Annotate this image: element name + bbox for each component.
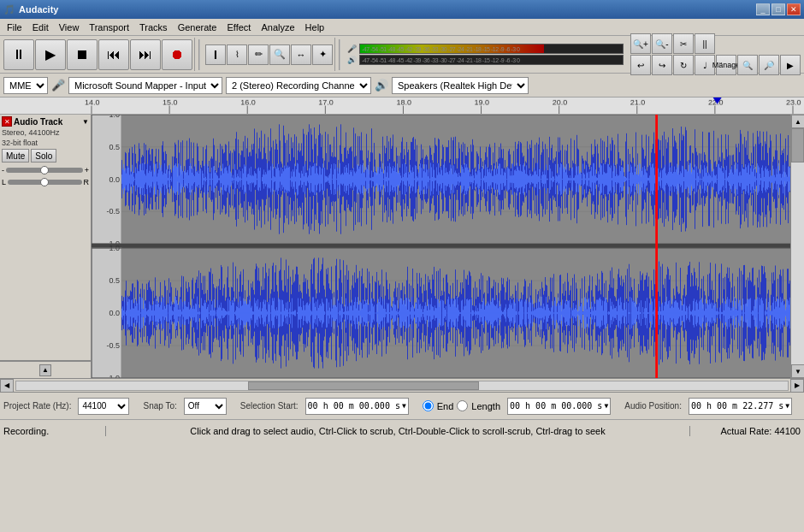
output-vu: 🔊 -47 -54 -51 -48 -45 -42 -39 -36 -33 -3… [347,55,624,65]
loop-tool[interactable]: ↻ [673,55,694,75]
undo-tool[interactable]: ↩ [630,55,651,75]
gain-thumb[interactable] [40,166,49,174]
gain-row: - + [2,166,89,174]
track-title-row: ✕ Audio Track ▼ [2,116,89,127]
pan-left-label: L [2,178,6,186]
menu-tracks[interactable]: Tracks [134,21,173,34]
collapse-button[interactable]: ▲ [39,364,51,376]
project-rate-select[interactable]: 44100 [78,398,129,415]
end-radio[interactable] [423,400,434,411]
end-length-radio: End Length [423,400,500,411]
forward-button[interactable]: ⏭ [130,39,161,70]
close-button[interactable]: ✕ [787,3,801,15]
scroll-right-button[interactable]: ▶ [790,379,804,393]
hscroll-track[interactable] [15,381,789,391]
scroll-thumb[interactable] [791,128,804,163]
selection-start-dropdown[interactable]: ▼ [402,402,406,410]
menu-file[interactable]: File [2,21,27,34]
menu-effect[interactable]: Effect [222,21,257,34]
waveform-area[interactable] [92,115,790,378]
toolbar-sep-2 [339,39,340,70]
menu-edit[interactable]: Edit [27,21,54,34]
audio-pos-dropdown[interactable]: ▼ [785,402,789,410]
solo-button[interactable]: Solo [31,149,56,163]
end-dropdown[interactable]: ▼ [604,402,608,410]
track-menu-arrow[interactable]: ▼ [82,118,89,126]
audio-pos-display[interactable]: 00 h 00 m 22.277 s ▼ [689,398,792,415]
track-info-bitdepth: 32-bit float [2,139,89,147]
menu-transport[interactable]: Transport [84,21,134,34]
selection-start-display[interactable]: 00 h 00 m 00.000 s ▼ [305,398,409,415]
menu-generate[interactable]: Generate [173,21,222,34]
timeline-ruler [0,98,804,115]
tool-buttons: I ⌇ ✏ 🔍 ↔ ✦ [204,38,335,71]
pan-row: L R [2,178,89,186]
menu-view[interactable]: View [54,21,85,34]
timeshift-tool[interactable]: ↔ [291,44,311,65]
search2-tool[interactable]: 🔎 [759,55,779,75]
rewind-button[interactable]: ⏮ [98,39,129,70]
mute-button[interactable]: Mute [2,149,29,163]
play2-tool[interactable]: ▶ [780,55,801,75]
status-hint: Click and drag to select audio, Ctrl-Cli… [109,426,686,436]
host-select[interactable]: MME [3,77,48,94]
multi-tool[interactable]: ✦ [312,44,333,65]
scroll-up-button[interactable]: ▲ [791,115,804,128]
select-tool[interactable]: I [205,44,226,65]
zoom-out-tool[interactable]: 🔍- [652,33,672,54]
audio-pos-value: 00 h 00 m 22.277 s [691,401,783,411]
selection-start-label: Selection Start: [240,401,299,411]
scroll-down-button[interactable]: ▼ [791,364,804,378]
input-select[interactable]: Microsoft Sound Mapper - Input [68,77,222,94]
audio-pos-label: Audio Position: [624,401,682,411]
snap-to-select[interactable]: Off [184,398,227,415]
transport-buttons: ⏸ ▶ ⏹ ⏮ ⏭ ⏺ [2,38,195,71]
input-icon: 🎤 [347,44,358,53]
speaker-icon: 🔊 [375,79,388,92]
trim-tool[interactable]: ✂ [673,33,694,54]
manage-tool[interactable]: Mänage [716,55,736,75]
track-collapse-area: ▲ [0,361,91,378]
status-recording: Recording. [3,426,106,436]
silence-tool[interactable]: || [695,33,715,54]
snap-to-label: Snap To: [143,401,176,411]
track-info-stereo: Stereo, 44100Hz [2,128,89,137]
selection-start-value: 00 h 00 m 00.000 s [308,401,400,411]
pan-right-label: R [84,178,90,186]
envelope-tool[interactable]: ⌇ [227,44,247,65]
menu-help[interactable]: Help [300,21,330,34]
horizontal-scrollbar[interactable]: ◀ ▶ [0,378,804,392]
end-radio-label: End [437,401,454,411]
transport-toolbar: ⏸ ▶ ⏹ ⏮ ⏭ ⏺ I ⌇ ✏ 🔍 ↔ ✦ 🎤 -47 -54 -51 -4… [0,36,804,74]
draw-tool[interactable]: ✏ [248,44,269,65]
app-icon: 🎵 [3,4,15,15]
menu-analyze[interactable]: Analyze [256,21,299,34]
scroll-track[interactable] [791,128,804,364]
track-mute-solo: Mute Solo [2,149,89,163]
mic-icon: 🎤 [51,79,65,92]
stop-button[interactable]: ⏹ [67,39,98,70]
zoom-tool[interactable]: 🔍 [269,44,290,65]
vertical-scrollbar[interactable]: ▲ ▼ [790,115,804,378]
play-button[interactable]: ▶ [35,39,66,70]
end-value-display[interactable]: 00 h 00 m 00.000 s ▼ [507,398,611,415]
scroll-left-button[interactable]: ◀ [0,379,14,393]
search-tool[interactable]: 🔍 [737,55,758,75]
maximize-button[interactable]: □ [771,3,785,15]
track-close-button[interactable]: ✕ [2,116,12,127]
pan-thumb[interactable] [40,178,49,186]
output-select[interactable]: Speakers (Realtek High Definiti [392,77,529,94]
track-name: Audio Track [14,117,80,127]
redo-tool[interactable]: ↪ [652,55,672,75]
minimize-button[interactable]: _ [756,3,770,15]
hscroll-thumb[interactable] [248,381,480,390]
gain-slider[interactable] [6,168,83,173]
channels-select[interactable]: 2 (Stereo) Recording Channels [226,77,371,94]
record-button[interactable]: ⏺ [162,39,192,70]
pan-slider[interactable] [8,180,81,185]
status-rate: Actual Rate: 44100 [689,426,801,436]
length-radio[interactable] [457,400,468,411]
end-value: 00 h 00 m 00.000 s [510,401,602,411]
pause-button[interactable]: ⏸ [3,39,34,70]
zoom-in-tool[interactable]: 🔍+ [630,33,651,54]
